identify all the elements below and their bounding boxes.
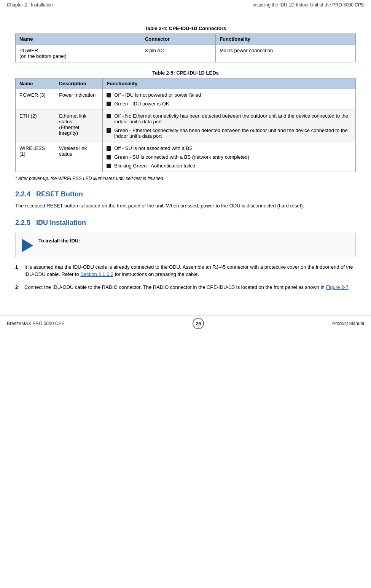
led-power-description: Power Indication bbox=[55, 89, 103, 110]
bullet-text: Green - IDU power is OK bbox=[114, 101, 169, 107]
info-arrow-icon bbox=[22, 239, 33, 252]
bullet-text: Green - SU is connected with a BS (netwo… bbox=[114, 154, 249, 160]
square-bullet-icon bbox=[107, 155, 111, 159]
footer-manual: Product Manual bbox=[332, 321, 364, 326]
section-224-title: RESET Button bbox=[36, 190, 83, 198]
table1-title: Table 2-4: CPE-IDU-1D Connectors bbox=[15, 25, 356, 31]
info-box: To install the IDU: bbox=[15, 233, 356, 257]
header-doc-title: Installing the IDU-1D Indoor Unit of the… bbox=[253, 2, 364, 8]
table-row: ETH (2) Ethernet link status(Ethernet in… bbox=[16, 110, 356, 142]
led-power-functionality: Off - IDU is not powered or power failed… bbox=[103, 89, 356, 110]
step-1-number: 1 bbox=[15, 263, 24, 271]
table-footnote: * After power-up, the WIRELESS LED illum… bbox=[15, 176, 356, 181]
table1-cell-functionality: Mains power connection bbox=[216, 45, 356, 62]
bullet-item: Green - SU is connected with a BS (netwo… bbox=[107, 154, 352, 160]
bullet-text: Blinking Green - Authentication failed bbox=[114, 163, 195, 169]
table1-cell-name: POWER(on the bottom panel) bbox=[16, 45, 141, 62]
step-2-text: Connect the IDU-ODU cable to the RADIO c… bbox=[24, 284, 356, 291]
bullet-item: Off - SU is not associated with a BS bbox=[107, 145, 352, 151]
square-bullet-icon bbox=[107, 146, 111, 151]
led-wireless-functionality: Off - SU is not associated with a BS Gre… bbox=[103, 142, 356, 172]
step-2-link[interactable]: Figure 2-7 bbox=[326, 284, 348, 290]
step-2: 2 Connect the IDU-ODU cable to the RADIO… bbox=[15, 284, 356, 291]
table1-col-connector: Connector bbox=[141, 34, 215, 45]
square-bullet-icon bbox=[107, 114, 111, 118]
page-header: Chapter 2 - Installation Installing the … bbox=[0, 0, 371, 10]
bullet-text: Off - SU is not associated with a BS bbox=[114, 145, 193, 151]
main-content: Table 2-4: CPE-IDU-1D Connectors Name Co… bbox=[0, 10, 371, 304]
section-225-heading: 2.2.5 IDU Installation bbox=[15, 219, 356, 227]
bullet-item: Blinking Green - Authentication failed bbox=[107, 163, 352, 169]
table2-col-name: Name bbox=[16, 78, 55, 89]
table-row: POWER(on the bottom panel) 3-pin AC Main… bbox=[16, 45, 356, 62]
bullet-item: Green - Ethernet connectivity has been d… bbox=[107, 127, 352, 139]
table2-title: Table 2-5: CPE-IDU-1D LEDs bbox=[15, 70, 356, 76]
table2-col-description: Description bbox=[55, 78, 103, 89]
bullet-item: Off - No Ethernet connectivity has been … bbox=[107, 113, 352, 124]
table-row: POWER (3) Power Indication Off - IDU is … bbox=[16, 89, 356, 110]
square-bullet-icon bbox=[107, 164, 111, 168]
step-1-text: It is assumed that the IDU-ODU cable is … bbox=[24, 263, 356, 278]
section-224-heading: 2.2.4 RESET Button bbox=[15, 190, 356, 198]
led-wireless-description: Wireless link status bbox=[55, 142, 103, 172]
square-bullet-icon bbox=[107, 128, 111, 133]
bullet-item: Off - IDU is not powered or power failed bbox=[107, 92, 352, 98]
led-eth-functionality: Off - No Ethernet connectivity has been … bbox=[103, 110, 356, 142]
footer-product: BreezeMAX PRO 5000 CPE bbox=[7, 321, 64, 326]
section-224-body: The recessed RESET button is located on … bbox=[15, 202, 356, 210]
installation-steps: 1 It is assumed that the IDU-ODU cable i… bbox=[15, 263, 356, 291]
bullet-item: Green - IDU power is OK bbox=[107, 101, 352, 107]
table2-col-functionality: Functionality bbox=[103, 78, 356, 89]
table-leds: Name Description Functionality POWER (3)… bbox=[15, 78, 356, 172]
section-224-number: 2.2.4 bbox=[15, 190, 30, 198]
table1-col-functionality: Functionality bbox=[216, 34, 356, 45]
led-eth-description: Ethernet link status(Ethernet integrity) bbox=[55, 110, 103, 142]
bullet-text: Off - No Ethernet connectivity has been … bbox=[114, 113, 352, 124]
section-225-title: IDU Installation bbox=[36, 219, 86, 226]
bullet-text: Green - Ethernet connectivity has been d… bbox=[114, 127, 352, 139]
table1-col-name: Name bbox=[16, 34, 141, 45]
page-number: 26 bbox=[193, 318, 204, 329]
info-box-text: To install the IDU: bbox=[38, 238, 80, 244]
header-chapter: Chapter 2 - Installation bbox=[7, 2, 53, 8]
led-eth-name: ETH (2) bbox=[16, 110, 55, 142]
step-1-link[interactable]: Section 2.1.6.2 bbox=[80, 271, 113, 277]
led-wireless-name: WIRELESS (1) bbox=[16, 142, 55, 172]
step-1: 1 It is assumed that the IDU-ODU cable i… bbox=[15, 263, 356, 278]
led-power-name: POWER (3) bbox=[16, 89, 55, 110]
page-footer: BreezeMAX PRO 5000 CPE 26 Product Manual bbox=[0, 315, 371, 331]
square-bullet-icon bbox=[107, 102, 111, 106]
table1-cell-connector: 3-pin AC bbox=[141, 45, 215, 62]
section-225-number: 2.2.5 bbox=[15, 219, 30, 226]
table-connectors: Name Connector Functionality POWER(on th… bbox=[15, 33, 356, 62]
bullet-text: Off - IDU is not powered or power failed bbox=[114, 92, 201, 98]
step-2-number: 2 bbox=[15, 284, 24, 291]
table-row: WIRELESS (1) Wireless link status Off - … bbox=[16, 142, 356, 172]
square-bullet-icon bbox=[107, 93, 111, 97]
